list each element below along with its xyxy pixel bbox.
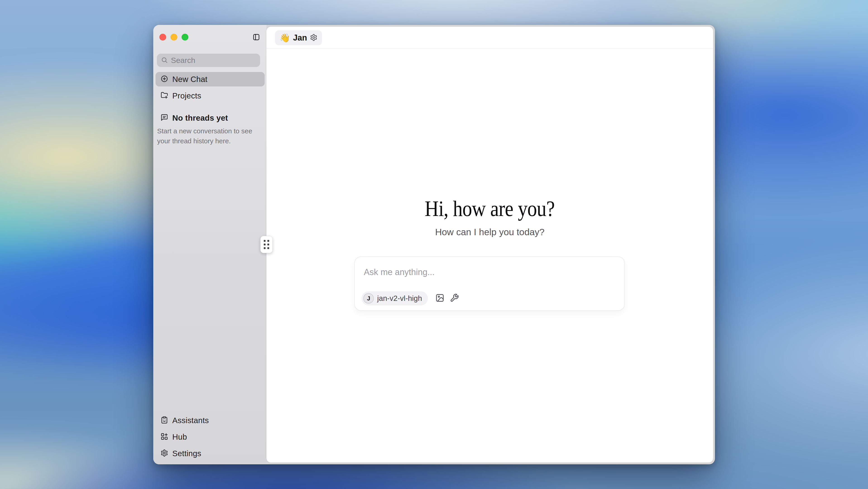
zoom-button[interactable] <box>182 34 188 40</box>
image-icon <box>435 294 444 303</box>
close-button[interactable] <box>159 34 166 40</box>
model-avatar: J <box>363 293 374 304</box>
chat-panel: 👋 Jan Hi, how are you? How can I help yo… <box>267 27 713 462</box>
sidebar-item-label: New Chat <box>172 75 207 84</box>
message-composer[interactable]: Ask me anything... J jan-v2-vl-high <box>354 256 625 311</box>
grip-dots-icon <box>264 240 269 249</box>
greeting-block: Hi, how are you? <box>267 196 713 221</box>
folder-plus-icon <box>160 91 168 100</box>
search-input[interactable]: Search <box>157 54 260 67</box>
sidebar-item-label: Assistants <box>172 416 209 425</box>
gear-icon[interactable] <box>310 34 317 42</box>
message-square-icon <box>160 114 168 122</box>
sidebar-item-assistants[interactable]: Assistants <box>156 414 265 427</box>
message-input[interactable]: Ask me anything... <box>364 267 615 277</box>
model-selector[interactable]: J jan-v2-vl-high <box>362 292 428 305</box>
wrench-icon <box>450 294 459 303</box>
threads-empty-title: No threads yet <box>172 114 228 122</box>
sidebar-item-label: Settings <box>172 449 201 458</box>
sidebar: Search New Chat Projects No threads yet <box>153 25 267 464</box>
sidebar-item-new-chat[interactable]: New Chat <box>156 72 265 87</box>
attach-image-button[interactable] <box>435 293 445 304</box>
greeting-subtitle: How can I help you today? <box>267 227 713 238</box>
grid-plus-icon <box>160 433 168 441</box>
desktop: Search New Chat Projects No threads yet <box>0 0 868 489</box>
model-name: jan-v2-vl-high <box>377 294 422 303</box>
sidebar-item-settings[interactable]: Settings <box>156 447 265 460</box>
window-controls <box>159 34 188 40</box>
assistant-name: Jan <box>293 33 307 42</box>
search-icon <box>161 57 168 64</box>
wave-emoji-icon: 👋 <box>280 34 290 42</box>
chat-header: 👋 Jan <box>267 27 713 49</box>
threads-empty-state: No threads yet <box>156 111 265 125</box>
sidebar-item-label: Projects <box>172 91 201 100</box>
sidebar-resize-handle[interactable] <box>260 236 273 253</box>
search-placeholder: Search <box>171 56 195 65</box>
greeting-title: Hi, how are you? <box>425 196 555 221</box>
gear-icon <box>160 449 168 458</box>
composer-toolbar: J jan-v2-vl-high <box>362 292 460 305</box>
panel-left-icon <box>253 33 260 42</box>
circle-plus-icon <box>160 75 168 84</box>
minimize-button[interactable] <box>170 34 177 40</box>
assistant-selector[interactable]: 👋 Jan <box>275 30 322 45</box>
threads-empty-description: Start a new conversation to see your thr… <box>157 126 257 146</box>
sidebar-toggle-button[interactable] <box>252 33 260 42</box>
clipboard-smile-icon <box>160 416 168 425</box>
sidebar-item-projects[interactable]: Projects <box>156 89 265 103</box>
sidebar-item-label: Hub <box>172 432 187 441</box>
sidebar-item-hub[interactable]: Hub <box>156 430 265 444</box>
jan-app-window: Search New Chat Projects No threads yet <box>153 25 715 464</box>
tools-button[interactable] <box>449 293 460 304</box>
